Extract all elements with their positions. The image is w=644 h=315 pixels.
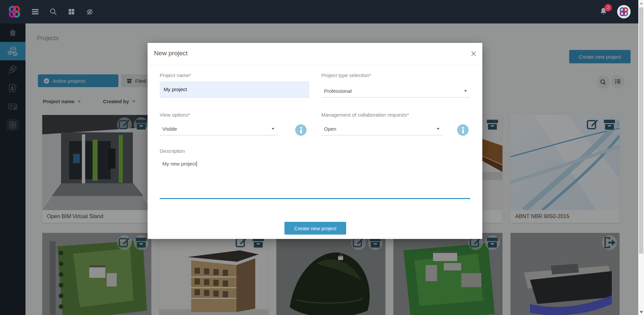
info-icon <box>300 127 303 134</box>
bimserver-logo[interactable] <box>7 5 21 19</box>
text-cursor <box>197 161 197 167</box>
chevron-down-icon <box>437 128 439 130</box>
view-options-label: View options* <box>160 112 190 118</box>
user-avatar[interactable] <box>617 5 631 18</box>
topbar: 2 <box>0 0 644 23</box>
modal-close-button[interactable] <box>470 50 477 57</box>
divider <box>148 65 482 65</box>
chevron-down-icon <box>272 128 274 130</box>
select-value: Professional <box>324 88 352 94</box>
sync-projects-icon[interactable] <box>85 7 94 16</box>
description-label: Description <box>160 148 185 154</box>
modal-title: New project <box>154 50 187 57</box>
view-options-select[interactable]: Visible <box>160 123 278 135</box>
collaboration-info-button[interactable] <box>457 124 469 136</box>
close-icon <box>471 51 476 56</box>
select-value: Visible <box>162 126 177 132</box>
search-icon[interactable] <box>49 7 58 16</box>
notification-badge: 2 <box>604 4 612 11</box>
project-name-label: Project name* <box>160 72 191 78</box>
scroll-down-arrow[interactable] <box>640 311 643 313</box>
apps-grid-icon[interactable] <box>67 7 76 16</box>
menu-icon[interactable] <box>31 7 40 16</box>
page-scrollbar <box>638 0 644 315</box>
notifications-button[interactable]: 2 <box>599 7 608 17</box>
description-value: My new project <box>162 161 196 167</box>
select-value: Open <box>324 126 336 132</box>
app-screen: 2 <box>0 0 644 315</box>
modal-create-project-button[interactable]: Create new project <box>284 222 346 235</box>
new-project-modal: New project Project name* Project type s… <box>148 43 482 239</box>
project-name-input[interactable] <box>160 81 309 98</box>
info-icon <box>462 127 465 134</box>
scrollbar-thumb[interactable] <box>639 7 643 254</box>
collaboration-label: Management of collaboration requests* <box>321 112 409 118</box>
chevron-down-icon <box>464 90 467 92</box>
collaboration-select[interactable]: Open <box>321 123 443 135</box>
avatar-logo-icon <box>619 7 629 17</box>
logo-knot-icon <box>8 5 21 18</box>
project-type-select[interactable]: Professional <box>321 85 470 98</box>
description-textarea[interactable]: My new project <box>160 157 470 199</box>
scroll-up-arrow[interactable] <box>640 2 643 4</box>
project-type-label: Project type selection* <box>321 72 371 78</box>
view-options-info-button[interactable] <box>295 124 307 136</box>
